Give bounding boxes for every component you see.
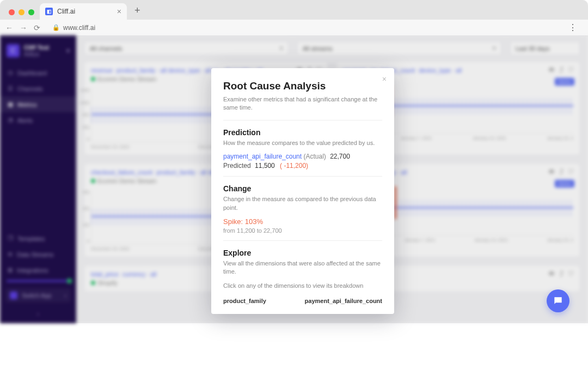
lock-icon: 🔒 bbox=[52, 24, 60, 31]
address-bar-row: ← → ⟳ 🔒 www.cliff.ai ⋮ bbox=[0, 20, 588, 35]
close-window-icon[interactable] bbox=[9, 9, 15, 15]
modal-title: Root Cause Analysis bbox=[223, 80, 382, 92]
browser-tab[interactable]: ◧ Cliff.ai × bbox=[40, 3, 127, 20]
predicted-value: 11,500 bbox=[255, 162, 275, 170]
minimize-window-icon[interactable] bbox=[19, 9, 24, 15]
predicted-label: Predicted bbox=[223, 162, 251, 170]
nav-back-icon[interactable]: ← bbox=[5, 23, 13, 32]
modal-close-icon[interactable]: × bbox=[382, 75, 387, 83]
url-text: www.cliff.ai bbox=[63, 24, 95, 32]
prediction-predicted-row: Predicted 11,500 ( -11,200) bbox=[223, 162, 382, 170]
prediction-metric-name[interactable]: payment_api_failure_count bbox=[223, 153, 302, 160]
change-spike: Spike: 103% bbox=[223, 217, 382, 226]
change-range: from 11,200 to 22,700 bbox=[223, 227, 382, 234]
explore-desc-2: Click on any of the dimensions to view i… bbox=[223, 282, 382, 290]
tab-bar: ◧ Cliff.ai × + bbox=[0, 0, 588, 20]
chat-icon bbox=[553, 295, 564, 306]
root-cause-modal: × Root Cause Analysis Examine other metr… bbox=[211, 68, 394, 314]
explore-dimension-left[interactable]: product_family bbox=[223, 298, 266, 304]
prediction-actual-row: payment_api_failure_count (Actual) 22,70… bbox=[223, 153, 382, 160]
prediction-heading: Prediction bbox=[223, 128, 382, 137]
predicted-delta: ( -11,200) bbox=[280, 162, 308, 170]
new-tab-button[interactable]: + bbox=[127, 5, 148, 20]
nav-forward-icon[interactable]: → bbox=[20, 23, 27, 32]
actual-label: (Actual) bbox=[303, 153, 326, 160]
tab-close-icon[interactable]: × bbox=[117, 7, 121, 16]
browser-menu-icon[interactable]: ⋮ bbox=[568, 22, 583, 33]
change-heading: Change bbox=[223, 184, 382, 193]
tab-favicon: ◧ bbox=[45, 8, 53, 15]
actual-value: 22,700 bbox=[330, 153, 350, 160]
explore-desc-1: View all the dimensions that were also a… bbox=[223, 259, 382, 276]
address-bar[interactable]: 🔒 www.cliff.ai bbox=[52, 24, 95, 32]
tab-title: Cliff.ai bbox=[57, 8, 75, 15]
change-desc: Change in the measure as compared to the… bbox=[223, 195, 382, 212]
browser-chrome: ◧ Cliff.ai × + ← → ⟳ 🔒 www.cliff.ai ⋮ bbox=[0, 0, 588, 35]
prediction-desc: How the measure compares to the value pr… bbox=[223, 139, 382, 147]
explore-dimension-header: product_family payment_api_failure_count bbox=[223, 298, 382, 304]
maximize-window-icon[interactable] bbox=[28, 9, 34, 15]
explore-heading: Explore bbox=[223, 249, 382, 257]
window-traffic-lights[interactable] bbox=[5, 9, 40, 20]
intercom-fab[interactable] bbox=[547, 289, 569, 312]
explore-dimension-right: payment_api_failure_count bbox=[305, 298, 382, 304]
nav-reload-icon[interactable]: ⟳ bbox=[34, 23, 40, 32]
modal-subtitle: Examine other metrics that had a signifi… bbox=[223, 95, 382, 112]
